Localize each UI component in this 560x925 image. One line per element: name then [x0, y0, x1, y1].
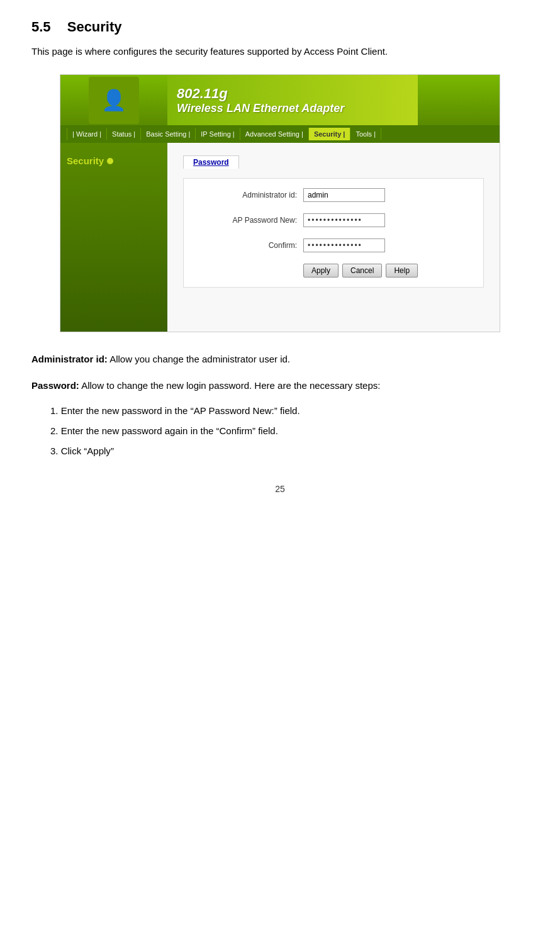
nav-item-security[interactable]: Security | — [309, 128, 351, 140]
sidebar-active-dot — [107, 158, 113, 164]
section-heading: 5.5 Security — [31, 19, 529, 35]
sidebar-security-item[interactable]: Security — [67, 155, 113, 166]
password-doc-desc: Allow to change the new login password. … — [81, 380, 380, 391]
nav-item-tools[interactable]: Tools | — [350, 128, 381, 140]
form-buttons: Apply Cancel Help — [196, 264, 471, 278]
nav-item-basic-setting[interactable]: Basic Setting | — [141, 128, 196, 140]
apply-button[interactable]: Apply — [303, 264, 339, 278]
password-doc-label: Password: — [31, 380, 79, 391]
router-body: Security Password Administrator id: AP P… — [60, 143, 500, 332]
steps-list: 1. Enter the new password in the “AP Pas… — [50, 403, 529, 459]
admin-id-doc-label: Administrator id: — [31, 354, 108, 364]
intro-paragraph: This page is where configures the securi… — [31, 44, 529, 59]
router-header: 👤 802.11g Wireless LAN Ethernet Adapter — [60, 75, 500, 125]
nav-item-wizard[interactable]: | Wizard | — [67, 128, 107, 140]
router-header-right — [418, 75, 500, 125]
sidebar-security-label: Security — [67, 155, 104, 166]
step-1-field-name: AP Password New: — [194, 405, 274, 416]
step-2-field-name: Confirm — [220, 425, 253, 436]
nav-item-ip-setting[interactable]: IP Setting | — [196, 128, 240, 140]
step-1: 1. Enter the new password in the “AP Pas… — [50, 403, 529, 418]
step-2: 2. Enter the new password again in the “… — [50, 423, 529, 439]
ap-password-label: AP Password New: — [196, 216, 297, 225]
doc-body: Administrator id: Allow you change the a… — [31, 351, 529, 459]
tab-header: Password — [183, 155, 484, 169]
step-3: 3. Click “Apply” — [50, 444, 529, 459]
security-form: Administrator id: AP Password New: Confi… — [183, 178, 484, 288]
help-button[interactable]: Help — [386, 264, 418, 278]
ap-password-input[interactable] — [303, 213, 385, 227]
admin-id-label: Administrator id: — [196, 191, 297, 199]
step-3-action: Apply — [87, 446, 111, 456]
confirm-input[interactable] — [303, 238, 385, 252]
ap-password-row: AP Password New: — [196, 213, 471, 227]
router-sidebar: Security — [60, 143, 167, 332]
tab-password[interactable]: Password — [183, 155, 239, 169]
admin-id-row: Administrator id: — [196, 188, 471, 202]
router-content: Password Administrator id: AP Password N… — [167, 143, 500, 332]
router-header-left: 👤 — [60, 75, 167, 125]
brand-model: 802.11g — [177, 86, 408, 102]
header-person-image: 👤 — [89, 77, 139, 124]
brand-subtitle: Wireless LAN Ethernet Adapter — [177, 102, 408, 115]
admin-id-paragraph: Administrator id: Allow you change the a… — [31, 351, 529, 367]
admin-id-doc-desc: Allow you change the administrator user … — [109, 354, 290, 364]
confirm-label: Confirm: — [196, 241, 297, 250]
router-nav: | Wizard | Status | Basic Setting | IP S… — [60, 125, 500, 143]
password-paragraph: Password: Allow to change the new login … — [31, 378, 529, 394]
admin-id-input[interactable] — [303, 188, 385, 202]
nav-item-advanced-setting[interactable]: Advanced Setting | — [240, 128, 309, 140]
confirm-row: Confirm: — [196, 238, 471, 252]
nav-item-status[interactable]: Status | — [107, 128, 141, 140]
router-header-center: 802.11g Wireless LAN Ethernet Adapter — [167, 75, 418, 125]
router-ui-screenshot: 👤 802.11g Wireless LAN Ethernet Adapter … — [60, 74, 500, 332]
page-number: 25 — [31, 484, 529, 494]
cancel-button[interactable]: Cancel — [342, 264, 382, 278]
